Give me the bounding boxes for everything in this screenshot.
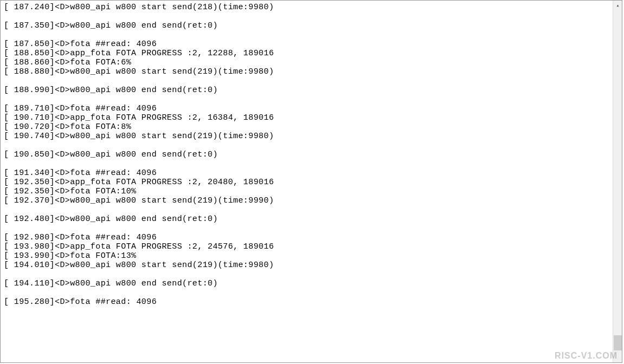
log-line [4,95,609,104]
log-line: [ 194.010]<D>w800_api w800 start send(21… [4,261,609,270]
scrollbar-thumb[interactable] [614,335,622,350]
log-line: [ 187.240]<D>w800_api w800 start send(21… [4,3,609,12]
log-line [4,270,609,279]
log-line: [ 195.280]<D>fota ##read: 4096 [4,297,609,307]
log-line: [ 189.710]<D>fota ##read: 4096 [4,104,609,113]
scrollbar-arrow-up-icon[interactable]: ▴ [613,1,622,10]
log-line [4,12,609,21]
log-line [4,30,609,40]
log-line [4,288,609,297]
log-line: [ 188.850]<D>app_fota FOTA PROGRESS :2, … [4,49,609,58]
log-line [4,159,609,168]
log-line: [ 188.990]<D>w800_api w800 end send(ret:… [4,86,609,95]
log-line [4,224,609,233]
log-line: [ 193.980]<D>app_fota FOTA PROGRESS :2, … [4,242,609,251]
log-line: [ 192.370]<D>w800_api w800 start send(21… [4,196,609,205]
log-line: [ 190.720]<D>fota FOTA:8% [4,122,609,132]
scrollbar-track[interactable]: ▴ [613,1,622,362]
log-line: [ 190.740]<D>w800_api w800 start send(21… [4,132,609,141]
log-line: [ 192.480]<D>w800_api w800 end send(ret:… [4,214,609,224]
log-line: [ 187.350]<D>w800_api w800 end send(ret:… [4,21,609,30]
log-line: [ 194.110]<D>w800_api w800 end send(ret:… [4,279,609,288]
log-line: [ 192.350]<D>fota FOTA:10% [4,187,609,196]
log-line [4,141,609,150]
log-line: [ 191.340]<D>fota ##read: 4096 [4,168,609,178]
log-line: [ 188.880]<D>w800_api w800 start send(21… [4,67,609,76]
log-output[interactable]: [ 187.240]<D>w800_api w800 start send(21… [1,1,613,362]
log-line: [ 190.710]<D>app_fota FOTA PROGRESS :2, … [4,113,609,122]
log-line: [ 192.980]<D>fota ##read: 4096 [4,233,609,242]
log-line: [ 187.850]<D>fota ##read: 4096 [4,40,609,49]
log-line: [ 193.990]<D>fota FOTA:13% [4,251,609,261]
log-line: [ 190.850]<D>w800_api w800 end send(ret:… [4,150,609,159]
log-line: [ 188.860]<D>fota FOTA:6% [4,58,609,67]
log-line [4,76,609,86]
log-line: [ 192.350]<D>app_fota FOTA PROGRESS :2, … [4,178,609,187]
terminal-window: [ 187.240]<D>w800_api w800 start send(21… [0,0,622,363]
log-line [4,205,609,214]
